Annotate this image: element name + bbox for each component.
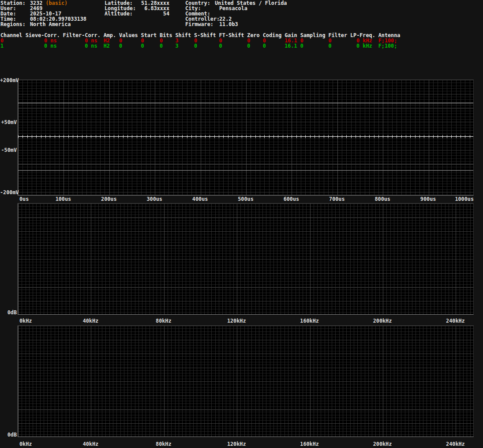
freq-tick-label: 80kHz [156,441,172,447]
channel-col-header: Sampling [300,33,326,38]
channel-cell: 0 kHz [356,43,372,49]
time-tick-label: 400us [192,196,208,202]
station-type-tag: (basic) [45,0,67,6]
mv-tick-label: +200mV [0,78,17,83]
info-value: 6.83xxxx [112,6,169,11]
channel-cell: 0 [141,43,144,49]
upper-threshold-line [18,103,473,103]
freq-tick-label: 40kHz [83,318,99,324]
info-value: United States / Florida [215,0,287,6]
spectrum-2-x-axis-labels: 0kHz40kHz80kHz120kHz160kHz200kHz240kHz [0,441,483,447]
info-value: 2025-10-17 [30,11,61,16]
info-label: Latitude: [105,0,133,6]
zero-signal-baseline [18,136,473,137]
channel-cell: 0 [219,43,222,49]
info-label: Station: [0,0,26,6]
info-label: Time: [0,16,16,22]
info-label: Date: [0,11,16,16]
info-value: 2469 [30,6,42,11]
mv-tick-label: -50mV [0,147,17,153]
info-label: Altitude: [105,11,133,16]
spectrum-plot-2 [18,325,474,437]
freq-tick-label: 120kHz [227,441,246,447]
freq-tick-label: 200kHz [373,441,392,447]
channel-cell: 0 [194,43,197,49]
freq-tick-label: 0kHz [19,318,32,324]
info-label: User: [0,6,16,11]
time-tick-label: 900us [420,196,436,202]
time-tick-label: 800us [374,196,390,202]
freq-tick-label: 40kHz [83,441,99,447]
time-tick-label: 700us [329,196,345,202]
channel-cell: 16.1 [285,43,297,49]
time-tick-label: 300us [146,196,162,202]
freq-tick-label: 80kHz [156,318,172,324]
info-value: 11.0b3 [219,22,238,27]
info-value: North America [30,22,71,27]
info-label: Comment: [185,11,210,16]
info-value: 22.2 [219,16,232,22]
info-value: 08:02:20.997033138 [30,16,86,22]
time-tick-label: 500us [238,196,254,202]
channel-col-header: Channel [0,33,22,38]
time-tick-label: 200us [101,196,117,202]
channel-cell: H2 [104,43,110,49]
info-value: 3232 [30,0,42,6]
spectrum-2-zero-db-label: 0dB [0,432,17,437]
time-plot-x-axis-labels: 0us100us200us300us400us500us600us700us80… [0,196,483,202]
info-label: City: [185,6,201,11]
channel-cell: 0 [247,43,250,49]
info-label: Firmware: [185,22,213,27]
channel-cell: 0 [263,43,266,49]
time-tick-label: 1000us [455,196,474,202]
freq-tick-label: 240kHz [446,318,465,324]
info-label: Longitude: [105,6,136,11]
time-tick-label: 100us [56,196,71,202]
station-monitor-screen: Station:3232(basic)User:2469Date:2025-10… [0,0,483,448]
info-value: 51.28xxxx [112,0,169,6]
channel-cell: 0 [300,43,303,49]
channel-cell: 3 [175,43,178,49]
spectrum-2-grid [18,326,473,437]
spectrum-1-zero-db-label: 0dB [0,310,17,315]
spectrum-1-grid [18,203,473,314]
info-label: Controller: [185,16,220,22]
channel-col-header: S-Shift [194,33,216,38]
channel-cell: 0 [119,43,122,49]
channel-col-header: FT-Shift [219,33,244,38]
lower-threshold-line [18,170,473,171]
spectrum-plot-1 [18,203,474,315]
info-value: Pensacola [219,6,247,11]
channel-cell: 0 ns [85,43,97,49]
freq-tick-label: 160kHz [300,441,319,447]
channel-cell: 0 [328,43,331,49]
info-label: Regions: [0,22,26,27]
info-label: Country: [185,0,210,6]
channel-cell: 0 [160,43,163,49]
channel-cell: 1 [0,43,4,49]
mv-tick-label: +50mV [0,120,17,125]
channel-cell: F;100; [378,43,397,49]
info-value: 54 [112,11,169,16]
freq-tick-label: 0kHz [19,441,32,447]
spectrum-1-x-axis-labels: 0kHz40kHz80kHz120kHz160kHz200kHz240kHz [0,318,483,324]
channel-cell: 0 ns [44,43,56,49]
time-tick-label: 600us [284,196,300,202]
freq-tick-label: 240kHz [446,441,465,447]
freq-tick-label: 120kHz [227,318,246,324]
freq-tick-label: 160kHz [300,318,319,324]
time-tick-label: 0us [19,196,29,202]
channel-config-table: ChannelSieve-Corr.Filter-Corr.Amp.Values… [0,33,406,50]
time-domain-plot [18,79,474,196]
mv-tick-label: -200mV [0,190,17,195]
freq-tick-label: 200kHz [373,318,392,324]
